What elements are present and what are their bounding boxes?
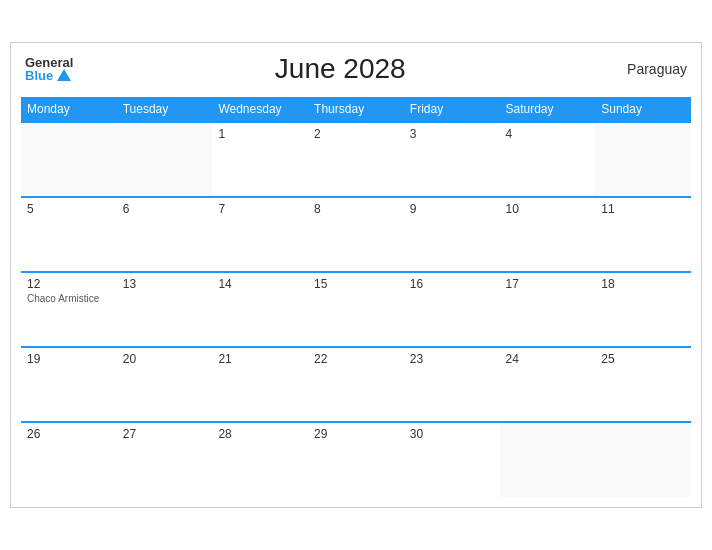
weekday-friday: Friday bbox=[404, 97, 500, 122]
calendar-cell: 14 bbox=[212, 272, 308, 347]
calendar-cell: 19 bbox=[21, 347, 117, 422]
day-number: 15 bbox=[314, 277, 398, 291]
day-number: 12 bbox=[27, 277, 111, 291]
day-number: 27 bbox=[123, 427, 207, 441]
calendar-cell: 30 bbox=[404, 422, 500, 497]
day-number: 21 bbox=[218, 352, 302, 366]
event-label: Chaco Armistice bbox=[27, 293, 111, 304]
day-number: 14 bbox=[218, 277, 302, 291]
weekday-tuesday: Tuesday bbox=[117, 97, 213, 122]
calendar-cell: 11 bbox=[595, 197, 691, 272]
calendar-header: General Blue June 2028 Paraguay bbox=[21, 53, 691, 85]
calendar-cell: 13 bbox=[117, 272, 213, 347]
day-number: 22 bbox=[314, 352, 398, 366]
day-number: 7 bbox=[218, 202, 302, 216]
calendar-cell: 29 bbox=[308, 422, 404, 497]
calendar-cell bbox=[117, 122, 213, 197]
calendar-cell: 15 bbox=[308, 272, 404, 347]
day-number: 9 bbox=[410, 202, 494, 216]
calendar-cell: 25 bbox=[595, 347, 691, 422]
day-number: 2 bbox=[314, 127, 398, 141]
day-number: 30 bbox=[410, 427, 494, 441]
weekday-wednesday: Wednesday bbox=[212, 97, 308, 122]
calendar-body: 123456789101112Chaco Armistice1314151617… bbox=[21, 122, 691, 497]
day-number: 10 bbox=[506, 202, 590, 216]
calendar-cell: 5 bbox=[21, 197, 117, 272]
calendar-cell: 3 bbox=[404, 122, 500, 197]
calendar-cell: 24 bbox=[500, 347, 596, 422]
logo: General Blue bbox=[25, 56, 73, 83]
day-number: 28 bbox=[218, 427, 302, 441]
calendar-cell: 6 bbox=[117, 197, 213, 272]
day-number: 4 bbox=[506, 127, 590, 141]
calendar-cell: 20 bbox=[117, 347, 213, 422]
country-label: Paraguay bbox=[607, 61, 687, 77]
day-number: 20 bbox=[123, 352, 207, 366]
day-number: 25 bbox=[601, 352, 685, 366]
day-number: 18 bbox=[601, 277, 685, 291]
calendar-cell: 23 bbox=[404, 347, 500, 422]
weekday-saturday: Saturday bbox=[500, 97, 596, 122]
calendar-cell: 21 bbox=[212, 347, 308, 422]
day-number: 19 bbox=[27, 352, 111, 366]
calendar-cell: 18 bbox=[595, 272, 691, 347]
calendar-grid: Monday Tuesday Wednesday Thursday Friday… bbox=[21, 97, 691, 497]
logo-triangle-icon bbox=[57, 69, 71, 81]
calendar-cell bbox=[595, 122, 691, 197]
calendar-cell bbox=[21, 122, 117, 197]
calendar-cell: 26 bbox=[21, 422, 117, 497]
day-number: 26 bbox=[27, 427, 111, 441]
calendar-cell: 12Chaco Armistice bbox=[21, 272, 117, 347]
calendar-cell: 1 bbox=[212, 122, 308, 197]
day-number: 16 bbox=[410, 277, 494, 291]
calendar-cell: 9 bbox=[404, 197, 500, 272]
calendar-cell: 4 bbox=[500, 122, 596, 197]
calendar-cell: 17 bbox=[500, 272, 596, 347]
calendar-cell bbox=[595, 422, 691, 497]
calendar-cell: 16 bbox=[404, 272, 500, 347]
calendar-cell: 28 bbox=[212, 422, 308, 497]
calendar-cell: 7 bbox=[212, 197, 308, 272]
weekday-monday: Monday bbox=[21, 97, 117, 122]
calendar-header-row: Monday Tuesday Wednesday Thursday Friday… bbox=[21, 97, 691, 122]
calendar-cell: 10 bbox=[500, 197, 596, 272]
logo-general-text: General bbox=[25, 56, 73, 69]
day-number: 13 bbox=[123, 277, 207, 291]
calendar-cell: 27 bbox=[117, 422, 213, 497]
weekday-sunday: Sunday bbox=[595, 97, 691, 122]
day-number: 17 bbox=[506, 277, 590, 291]
day-number: 29 bbox=[314, 427, 398, 441]
day-number: 11 bbox=[601, 202, 685, 216]
calendar-container: General Blue June 2028 Paraguay Monday T… bbox=[10, 42, 702, 508]
day-number: 24 bbox=[506, 352, 590, 366]
calendar-cell: 22 bbox=[308, 347, 404, 422]
calendar-cell: 2 bbox=[308, 122, 404, 197]
calendar-title: June 2028 bbox=[73, 53, 607, 85]
day-number: 6 bbox=[123, 202, 207, 216]
calendar-cell bbox=[500, 422, 596, 497]
day-number: 5 bbox=[27, 202, 111, 216]
logo-blue-text: Blue bbox=[25, 69, 53, 82]
day-number: 1 bbox=[218, 127, 302, 141]
day-number: 3 bbox=[410, 127, 494, 141]
day-number: 8 bbox=[314, 202, 398, 216]
day-number: 23 bbox=[410, 352, 494, 366]
weekday-thursday: Thursday bbox=[308, 97, 404, 122]
calendar-cell: 8 bbox=[308, 197, 404, 272]
